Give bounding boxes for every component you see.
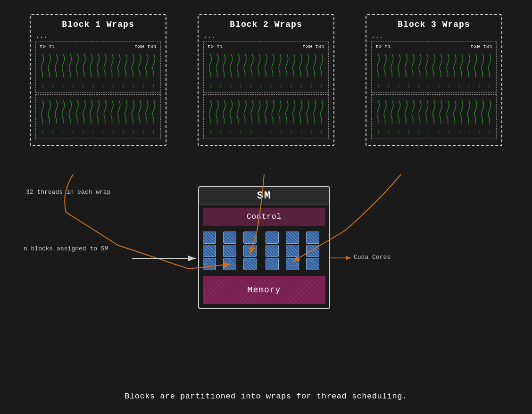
cuda-core-8 (223, 258, 236, 270)
cuda-core-1 (203, 232, 216, 244)
block-2-dots: ... (203, 32, 329, 40)
block-1-arrows-top: ↓ ↓ ↓ ↓ ↓ ↓ ↓ ↓ ↓ ↓ ↓ ↓ (38, 82, 158, 91)
label-cuda-cores: Cuda Cores (354, 254, 391, 261)
sm-memory-label: Memory (248, 285, 281, 295)
cuda-core-16 (266, 258, 279, 270)
arrow-12: ↓ (151, 82, 155, 91)
arrow-7: ↓ (101, 82, 105, 91)
cuda-cores-grid (199, 229, 329, 273)
block-1-warp-top: t0 t1 t30 t31 (35, 41, 161, 93)
arrow-3: ↓ (61, 82, 65, 91)
block-2-warp-top: t0 t1 t30 t31 (203, 41, 329, 93)
block-2-wavy (206, 50, 326, 79)
block-1-warp-bottom: ↓ ↓ ↓ ↓ ↓ ↓ ↓ ↓ ↓ ↓ ↓ ↓ (35, 94, 161, 139)
thread-label-right: t30 t31 (135, 44, 157, 50)
blocks-row: Block 1 Wraps ... t0 t1 t30 t31 (0, 5, 532, 146)
block-2-box: Block 2 Wraps ... t0 t1 t30 t31 (198, 14, 334, 146)
label-n-blocks: n blocks assigned to SM (24, 245, 108, 252)
thread-label-left: t0 t1 (40, 44, 55, 50)
thread-label-right-3: t30 t31 (471, 44, 492, 50)
sm-control: Control (203, 208, 325, 226)
block-2-warp-bottom: ↓ ↓ ↓ ↓ ↓ ↓ ↓ ↓ ↓ ↓ ↓ ↓ (203, 94, 329, 139)
cuda-core-17 (286, 258, 299, 270)
block-2-thread-labels: t0 t1 t30 t31 (206, 44, 326, 50)
thread-label-left-3: t0 t1 (375, 44, 391, 50)
block-3-title: Block 3 Wraps (371, 20, 497, 29)
cuda-core-3 (243, 232, 257, 244)
sm-title: SM (199, 187, 329, 205)
block-2-title: Block 2 Wraps (203, 20, 329, 29)
cuda-core-6 (243, 245, 257, 257)
main-container: Block 1 Wraps ... t0 t1 t30 t31 (0, 0, 532, 414)
cuda-core-4 (203, 245, 216, 257)
block-2-arrows-bottom: ↓ ↓ ↓ ↓ ↓ ↓ ↓ ↓ ↓ ↓ ↓ ↓ (206, 128, 326, 137)
arrow-9: ↓ (121, 82, 125, 91)
cuda-core-9 (243, 258, 257, 270)
block-1-title: Block 1 Wraps (35, 20, 161, 29)
arrow-2: ↓ (51, 82, 55, 91)
arrow-8: ↓ (111, 82, 115, 91)
cuda-core-2 (223, 232, 236, 244)
block-3-warp-bottom: ↓ ↓ ↓ ↓ ↓ ↓ ↓ ↓ ↓ ↓ ↓ ↓ (371, 94, 497, 139)
block-3-wavy-bottom (374, 97, 494, 125)
block-1-wavy-bottom (38, 97, 158, 125)
arrow-1: ↓ (41, 82, 44, 91)
thread-label-left-2: t0 t1 (208, 44, 223, 50)
cuda-core-11 (286, 232, 299, 244)
cuda-core-18 (306, 258, 319, 270)
block-1-dots: ... (35, 32, 161, 40)
block-3-dots: ... (371, 32, 497, 40)
block-1-arrows-bottom: ↓ ↓ ↓ ↓ ↓ ↓ ↓ ↓ ↓ ↓ ↓ ↓ (38, 128, 158, 137)
block-1-box: Block 1 Wraps ... t0 t1 t30 t31 (30, 14, 166, 146)
block-3-box: Block 3 Wraps ... t0 t1 t30 t31 (366, 14, 502, 146)
sm-memory: Memory (203, 276, 325, 304)
arrow-5: ↓ (81, 82, 85, 91)
block-2-arrows: ↓ ↓ ↓ ↓ ↓ ↓ ↓ ↓ ↓ ↓ ↓ ↓ (206, 82, 326, 91)
cuda-core-12 (306, 232, 319, 244)
block-3-wavy (374, 50, 494, 79)
cuda-core-7 (203, 258, 216, 270)
block-1-wavy-top (38, 50, 158, 79)
bottom-caption: Blocks are partitioned into wraps for th… (0, 392, 532, 401)
sm-box: SM Control (198, 186, 330, 309)
cuda-cores-left (203, 232, 263, 270)
arrow-11: ↓ (141, 82, 145, 91)
thread-label-right-2: t30 t31 (303, 44, 324, 50)
cuda-core-5 (223, 245, 236, 257)
block-2-wavy-bottom (206, 97, 326, 125)
arrow-6: ↓ (91, 82, 95, 91)
block-3-thread-labels: t0 t1 t30 t31 (374, 44, 494, 50)
cuda-core-14 (286, 245, 299, 257)
arrow-4: ↓ (71, 82, 75, 91)
block-1-thread-labels: t0 t1 t30 t31 (38, 44, 158, 50)
cuda-core-15 (306, 245, 319, 257)
cuda-core-13 (266, 245, 279, 257)
cuda-cores-right (266, 232, 325, 270)
label-32-threads: 32 threads in each wrap (26, 189, 110, 196)
block-3-warp-top: t0 t1 t30 t31 (371, 41, 497, 93)
arrow-10: ↓ (131, 82, 135, 91)
block-3-arrows-bottom: ↓ ↓ ↓ ↓ ↓ ↓ ↓ ↓ ↓ ↓ ↓ ↓ (374, 128, 494, 137)
cuda-core-10 (266, 232, 279, 244)
block-3-arrows: ↓ ↓ ↓ ↓ ↓ ↓ ↓ ↓ ↓ ↓ ↓ ↓ (374, 82, 494, 91)
